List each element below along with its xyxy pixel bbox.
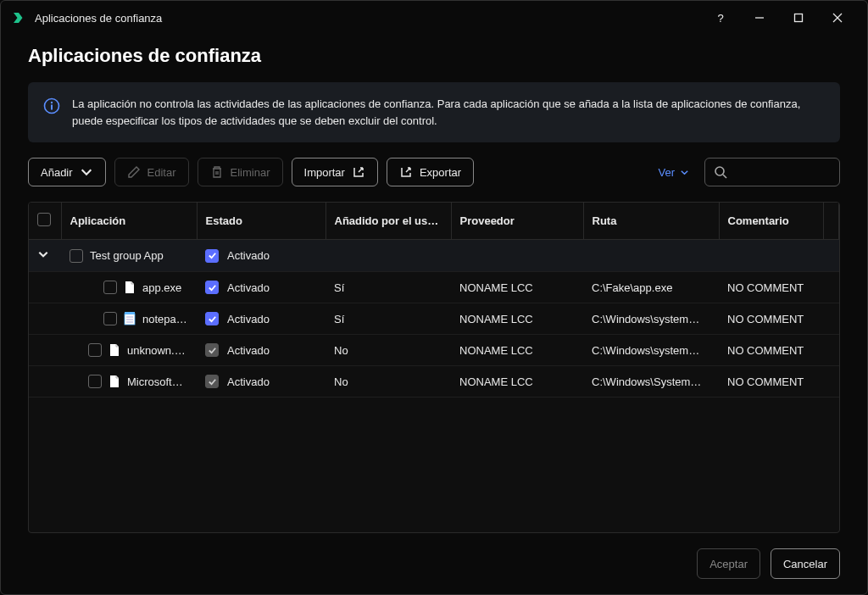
vendor-value: NONAME LCC (451, 366, 583, 398)
file-icon (124, 281, 136, 294)
svg-rect-1 (795, 14, 803, 22)
svg-line-8 (723, 175, 726, 178)
info-icon (43, 97, 60, 114)
group-row[interactable]: Test group App Activado (29, 240, 839, 272)
vendor-value: NONAME LCC (451, 303, 583, 335)
file-icon (108, 343, 120, 357)
path-value: C:\Windows\System… (583, 366, 719, 398)
close-button[interactable] (818, 4, 857, 31)
pencil-icon (127, 165, 141, 179)
state-value: Activado (227, 281, 270, 294)
chevron-down-icon (680, 168, 689, 177)
header-state[interactable]: Estado (197, 203, 326, 240)
status-checkbox-icon[interactable] (205, 343, 219, 357)
info-text: La aplicación no controla las actividade… (72, 96, 825, 129)
app-name: unknown.… (127, 344, 186, 357)
chevron-down-icon (80, 165, 93, 179)
header-spacer (824, 203, 839, 240)
view-link[interactable]: Ver (658, 166, 689, 179)
svg-point-5 (51, 102, 53, 103)
import-icon (352, 165, 365, 179)
status-checkbox-icon[interactable] (205, 312, 219, 325)
state-value: Activado (227, 313, 270, 325)
checkbox-icon[interactable] (37, 213, 51, 226)
checkbox-icon[interactable] (88, 343, 102, 357)
search-box[interactable] (704, 158, 840, 186)
status-checkbox-icon[interactable] (205, 375, 219, 388)
delete-button[interactable]: Eliminar (198, 158, 283, 186)
file-icon (108, 375, 120, 388)
added-value: Sí (326, 303, 451, 335)
state-value: Activado (227, 375, 270, 388)
comment-value: NO COMMENT (719, 335, 824, 366)
vendor-value: NONAME LCC (451, 335, 583, 366)
edit-button[interactable]: Editar (114, 158, 189, 186)
svg-point-7 (715, 167, 724, 175)
svg-rect-10 (125, 312, 135, 314)
path-value: C:\Windows\system… (583, 303, 719, 335)
export-button[interactable]: Exportar (387, 158, 474, 186)
checkbox-icon[interactable] (103, 281, 117, 294)
toolbar: Añadir Editar Eliminar Importar Exportar (28, 158, 840, 186)
vendor-value: NONAME LCC (451, 272, 583, 303)
import-button[interactable]: Importar (292, 158, 378, 186)
add-button[interactable]: Añadir (28, 158, 106, 186)
edit-label: Editar (147, 166, 176, 179)
header-checkbox-cell[interactable] (29, 203, 61, 240)
header-vendor[interactable]: Proveedor (451, 203, 583, 240)
import-label: Importar (304, 166, 345, 179)
accept-label: Aceptar (709, 558, 748, 570)
search-input[interactable] (732, 166, 831, 179)
added-value: No (326, 366, 451, 398)
export-label: Exportar (420, 166, 461, 179)
search-icon (714, 165, 727, 179)
status-checkbox-icon[interactable] (205, 249, 219, 263)
add-label: Añadir (41, 166, 73, 179)
header-added[interactable]: Añadido por el us… (326, 203, 451, 240)
added-value: No (326, 335, 451, 366)
view-label: Ver (658, 166, 675, 179)
chevron-down-icon[interactable] (37, 248, 49, 260)
header-path[interactable]: Ruta (583, 203, 719, 240)
table-row[interactable]: Microsoft… Activado No NONAME LCC C:\Win… (29, 366, 839, 398)
cancel-button[interactable]: Cancelar (771, 548, 840, 579)
table-row[interactable]: app.exe Activado Sí NONAME LCC C:\Fake\a… (29, 272, 839, 303)
svg-rect-6 (51, 105, 53, 110)
group-name: Test group App (90, 249, 164, 262)
app-name: app.exe (142, 281, 181, 294)
window: Aplicaciones de confianza ? Aplicaciones… (0, 0, 868, 595)
minimize-button[interactable] (740, 4, 779, 31)
table: Aplicación Estado Añadido por el us… Pro… (28, 202, 840, 533)
path-value: C:\Fake\app.exe (583, 272, 719, 303)
checkbox-icon[interactable] (88, 375, 102, 388)
app-name: notepa… (142, 313, 187, 325)
checkbox-icon[interactable] (103, 312, 117, 325)
state-value: Activado (227, 344, 270, 357)
path-value: C:\Windows\system… (583, 335, 719, 366)
svg-rect-9 (125, 314, 135, 325)
status-checkbox-icon[interactable] (205, 281, 219, 294)
accept-button[interactable]: Aceptar (697, 548, 760, 579)
trash-icon (210, 165, 224, 179)
comment-value: NO COMMENT (719, 272, 824, 303)
cancel-label: Cancelar (783, 558, 827, 570)
table-header-row: Aplicación Estado Añadido por el us… Pro… (29, 203, 839, 240)
titlebar: Aplicaciones de confianza ? (1, 1, 867, 35)
maximize-button[interactable] (779, 4, 818, 31)
added-value: Sí (326, 272, 451, 303)
app-logo-icon (11, 10, 26, 25)
table-row[interactable]: notepa… Activado Sí NONAME LCC C:\Window… (29, 303, 839, 335)
help-button[interactable]: ? (701, 4, 740, 31)
footer: Aceptar Cancelar (1, 533, 867, 594)
header-app[interactable]: Aplicación (61, 203, 197, 240)
info-banner: La aplicación no controla las actividade… (28, 82, 840, 142)
comment-value: NO COMMENT (719, 366, 824, 398)
window-title: Aplicaciones de confianza (35, 12, 701, 25)
header-comment[interactable]: Comentario (719, 203, 824, 240)
comment-value: NO COMMENT (719, 303, 824, 335)
table-row[interactable]: unknown.… Activado No NONAME LCC C:\Wind… (29, 335, 839, 366)
page-title: Aplicaciones de confianza (28, 45, 840, 67)
delete-label: Eliminar (231, 166, 270, 179)
checkbox-icon[interactable] (70, 249, 83, 263)
group-state: Activado (227, 249, 270, 262)
